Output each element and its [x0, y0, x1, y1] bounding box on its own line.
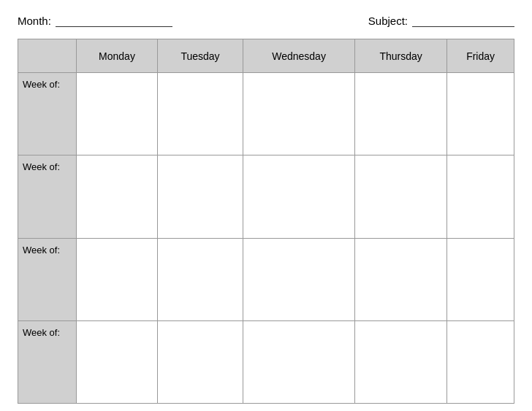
calendar-table: Monday Tuesday Wednesday Thursday Friday…: [18, 39, 514, 404]
subject-label: Subject:: [368, 15, 408, 27]
cell-friday-row1[interactable]: [447, 155, 514, 238]
cell-monday-row0[interactable]: [77, 73, 158, 155]
month-field: Month:: [18, 15, 172, 27]
cell-wednesday-row1[interactable]: [243, 155, 354, 238]
col-header-empty: [18, 39, 77, 73]
table-row: Week of:: [18, 320, 514, 403]
page: Month: Subject: Monday Tuesday Wednesday: [0, 0, 532, 411]
cell-monday-row2[interactable]: [77, 238, 158, 320]
table-row: Week of:: [18, 155, 514, 238]
subject-field: Subject:: [368, 15, 514, 27]
cell-tuesday-row1[interactable]: [158, 155, 243, 238]
cell-monday-row1[interactable]: [77, 155, 158, 238]
month-input[interactable]: [56, 15, 172, 27]
cell-friday-row0[interactable]: [447, 73, 514, 155]
cell-monday-row3[interactable]: [77, 320, 158, 403]
cell-wednesday-row2[interactable]: [243, 238, 354, 320]
week-label-3: Week of:: [18, 320, 77, 403]
cell-thursday-row3[interactable]: [355, 320, 447, 403]
cell-tuesday-row3[interactable]: [158, 320, 243, 403]
col-header-monday: Monday: [77, 39, 158, 73]
week-label-1: Week of:: [18, 155, 77, 238]
cell-tuesday-row2[interactable]: [158, 238, 243, 320]
cell-thursday-row1[interactable]: [355, 155, 447, 238]
cell-tuesday-row0[interactable]: [158, 73, 243, 155]
cell-friday-row2[interactable]: [447, 238, 514, 320]
table-row: Week of:: [18, 73, 514, 155]
week-label-2: Week of:: [18, 238, 77, 320]
subject-input[interactable]: [412, 15, 514, 27]
cell-friday-row3[interactable]: [447, 320, 514, 403]
table-row: Week of:: [18, 238, 514, 320]
col-header-friday: Friday: [447, 39, 514, 73]
cell-thursday-row2[interactable]: [355, 238, 447, 320]
cell-thursday-row0[interactable]: [355, 73, 447, 155]
col-header-tuesday: Tuesday: [158, 39, 243, 73]
cell-wednesday-row0[interactable]: [243, 73, 354, 155]
col-header-thursday: Thursday: [355, 39, 447, 73]
month-label: Month:: [18, 15, 51, 27]
header-row: Monday Tuesday Wednesday Thursday Friday: [18, 39, 514, 73]
col-header-wednesday: Wednesday: [243, 39, 354, 73]
header: Month: Subject:: [18, 15, 514, 27]
week-label-0: Week of:: [18, 73, 77, 155]
cell-wednesday-row3[interactable]: [243, 320, 354, 403]
